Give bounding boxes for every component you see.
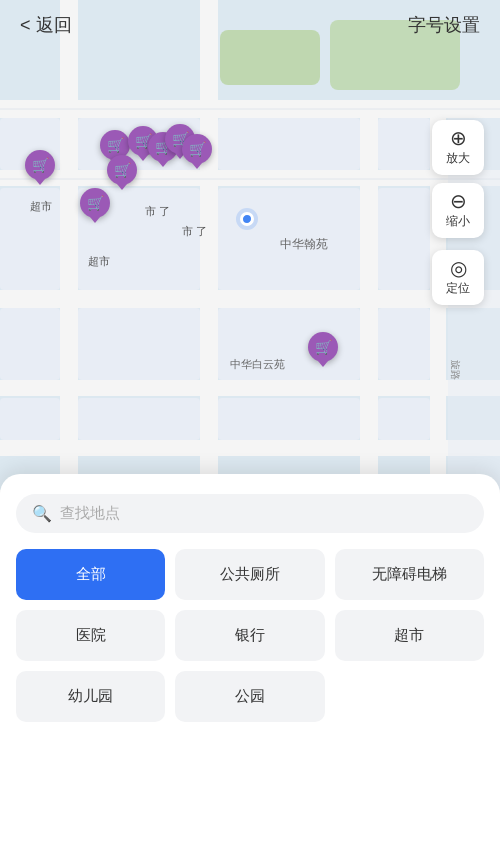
search-bar[interactable]: 🔍 查找地点 xyxy=(16,494,484,533)
filter-park[interactable]: 公园 xyxy=(175,671,324,722)
svg-rect-25 xyxy=(78,398,200,440)
svg-text:旋路: 旋路 xyxy=(450,360,461,380)
svg-text:市 了: 市 了 xyxy=(182,225,207,237)
map-pin[interactable]: 🛒 xyxy=(80,188,110,218)
svg-rect-13 xyxy=(218,118,360,170)
zoom-out-button[interactable]: ⊖ 缩小 xyxy=(432,183,484,238)
locate-icon: ◎ xyxy=(450,258,467,278)
filter-all[interactable]: 全部 xyxy=(16,549,165,600)
back-button[interactable]: < 返回 xyxy=(20,13,72,37)
map-area[interactable]: 中华翰苑 中华白云苑 超市 超市 市 了 市 了 旋路 🛒 🛒 🛒 🛒 🛒 🛒 … xyxy=(0,0,500,490)
zoom-in-button[interactable]: ⊕ 放大 xyxy=(432,120,484,175)
svg-rect-27 xyxy=(378,398,430,440)
svg-text:超市: 超市 xyxy=(30,200,52,212)
svg-rect-19 xyxy=(378,188,430,290)
map-svg: 中华翰苑 中华白云苑 超市 超市 市 了 市 了 旋路 xyxy=(0,0,500,490)
bottom-panel: 🔍 查找地点 全部 公共厕所 无障碍电梯 医院 银行 超市 幼儿园 公园 xyxy=(0,474,500,864)
zoom-in-label: 放大 xyxy=(446,150,470,167)
map-pin[interactable]: 🛒 xyxy=(25,150,55,180)
svg-rect-9 xyxy=(200,0,218,490)
svg-rect-20 xyxy=(0,308,60,380)
map-pin[interactable]: 🛒 xyxy=(107,155,137,185)
filter-elevator[interactable]: 无障碍电梯 xyxy=(335,549,484,600)
svg-rect-24 xyxy=(0,398,60,440)
zoom-in-icon: ⊕ xyxy=(450,128,467,148)
svg-rect-18 xyxy=(378,118,430,170)
filter-restroom[interactable]: 公共厕所 xyxy=(175,549,324,600)
svg-rect-21 xyxy=(78,308,200,380)
svg-text:中华白云苑: 中华白云苑 xyxy=(230,358,285,370)
map-pin[interactable]: 🛒 xyxy=(308,332,338,362)
svg-text:市 了: 市 了 xyxy=(145,205,170,217)
filter-bank[interactable]: 银行 xyxy=(175,610,324,661)
zoom-out-icon: ⊖ xyxy=(450,191,467,211)
user-location xyxy=(240,212,254,226)
filter-grid: 全部 公共厕所 无障碍电梯 医院 银行 超市 幼儿园 公园 xyxy=(16,549,484,722)
filter-supermarket[interactable]: 超市 xyxy=(335,610,484,661)
svg-text:超市: 超市 xyxy=(88,255,110,267)
page-title: 字号设置 xyxy=(408,13,480,37)
svg-text:中华翰苑: 中华翰苑 xyxy=(280,237,328,251)
search-icon: 🔍 xyxy=(32,504,52,523)
header: < 返回 字号设置 xyxy=(0,0,500,50)
filter-hospital[interactable]: 医院 xyxy=(16,610,165,661)
locate-button[interactable]: ◎ 定位 xyxy=(432,250,484,305)
svg-rect-23 xyxy=(378,308,430,380)
zoom-out-label: 缩小 xyxy=(446,213,470,230)
svg-rect-8 xyxy=(60,0,78,490)
svg-rect-10 xyxy=(360,100,378,490)
map-controls: ⊕ 放大 ⊖ 缩小 ◎ 定位 xyxy=(432,120,484,305)
svg-rect-26 xyxy=(218,398,360,440)
locate-label: 定位 xyxy=(446,280,470,297)
search-placeholder: 查找地点 xyxy=(60,504,120,523)
map-pin[interactable]: 🛒 xyxy=(182,134,212,164)
back-label: < 返回 xyxy=(20,13,72,37)
filter-kindergarten[interactable]: 幼儿园 xyxy=(16,671,165,722)
